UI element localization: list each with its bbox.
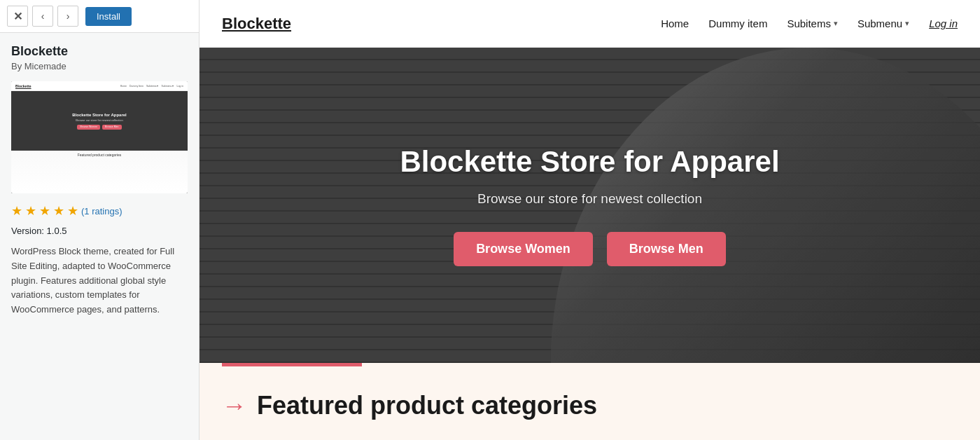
nav-login[interactable]: Log in (929, 18, 958, 29)
forward-button[interactable]: › (57, 6, 78, 27)
hero-buttons: Browse Women Browse Men (454, 232, 726, 266)
install-button[interactable]: Install (85, 7, 132, 26)
nav-home[interactable]: Home (661, 18, 689, 29)
theme-name: Blockette (11, 44, 188, 59)
preview-section-label: Featured product categories (11, 151, 188, 159)
subitems-chevron-icon: ▾ (834, 19, 838, 28)
nav-submenu[interactable]: Submenu ▾ (858, 18, 909, 29)
featured-arrow-icon: → (222, 391, 247, 420)
site-nav: Home Dummy item Subitems ▾ Submenu ▾ Log… (661, 18, 958, 29)
preview-hero-title: Blockette Store for Apparel (72, 113, 126, 117)
ratings-row: ★ ★ ★ ★ ★ (1 ratings) (11, 203, 188, 219)
star-5: ★ (67, 203, 78, 219)
sidebar: ✕ ‹ › Install Blockette By Micemade Bloc… (0, 0, 200, 440)
ratings-link[interactable]: (1 ratings) (81, 206, 122, 216)
close-button[interactable]: ✕ (7, 6, 28, 27)
hero-content: Blockette Store for Apparel Browse our s… (200, 48, 980, 363)
site-header: Blockette Home Dummy item Subitems ▾ Sub… (200, 0, 980, 48)
pink-accent-bar (222, 363, 362, 366)
star-4: ★ (53, 203, 64, 219)
browse-women-button[interactable]: Browse Women (454, 232, 593, 266)
theme-author: By Micemade (11, 61, 188, 71)
description-text: WordPress Block theme, created for Full … (11, 245, 188, 317)
site-logo: Blockette (222, 15, 291, 33)
preview-hero-sub: Browse our store for newest collection (72, 118, 126, 122)
star-1: ★ (11, 203, 22, 219)
bottom-section: → Featured product categories (200, 363, 980, 440)
browse-men-button[interactable]: Browse Men (607, 232, 726, 266)
theme-preview-thumbnail: Blockette Home Dummy Item Subitems ▾ Sub… (11, 81, 188, 193)
star-3: ★ (39, 203, 50, 219)
version-text: Version: 1.0.5 (11, 226, 188, 236)
preview-btn-men: Browse Men (102, 125, 121, 130)
hero-title: Blockette Store for Apparel (400, 144, 779, 179)
featured-title: → Featured product categories (222, 391, 958, 420)
preview-btn-women: Browse Women (77, 125, 100, 130)
back-button[interactable]: ‹ (32, 6, 53, 27)
nav-dummy-item[interactable]: Dummy item (708, 18, 767, 29)
sidebar-toolbar: ✕ ‹ › Install (0, 0, 199, 33)
nav-subitems[interactable]: Subitems ▾ (787, 18, 838, 29)
star-2: ★ (25, 203, 36, 219)
hero-subtitle: Browse our store for newest collection (477, 191, 702, 207)
hero-section: Blockette Store for Apparel Browse our s… (200, 48, 980, 363)
sidebar-content: Blockette By Micemade Blockette Home Dum… (0, 33, 199, 440)
submenu-chevron-icon: ▾ (905, 19, 909, 28)
preview-area: Blockette Home Dummy item Subitems ▾ Sub… (200, 0, 980, 440)
